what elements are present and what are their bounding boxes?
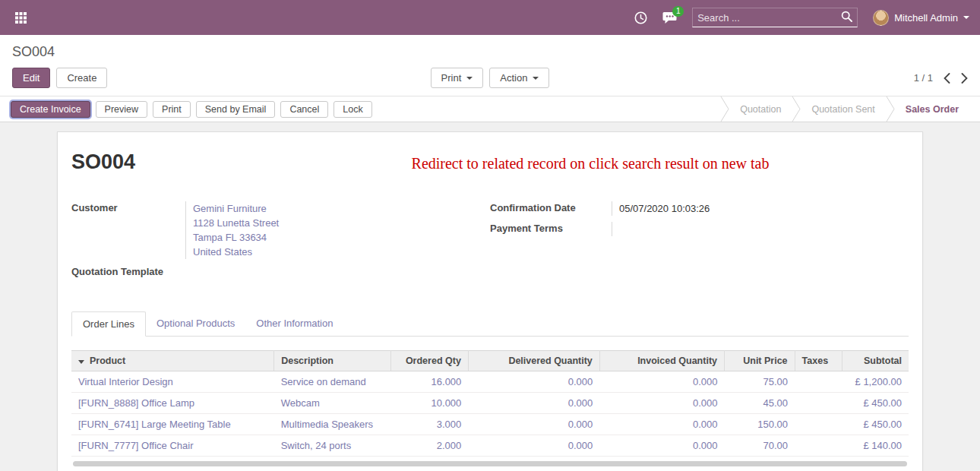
cell-ordered-qty: 2.000 [391,435,468,457]
activities-clock-icon[interactable] [634,11,647,24]
cell-product[interactable]: Virtual Interior Design [71,371,274,393]
breadcrumb: SO004 [12,44,968,60]
cell-taxes [795,371,842,393]
chevron-down-icon [533,77,539,80]
cell-subtotal: £ 450.00 [842,414,909,435]
cell-ordered-qty: 10.000 [391,393,468,414]
messages-icon[interactable]: 1 [662,11,677,24]
order-line-row[interactable]: [FURN_7777] Office Chair Switch, 24 port… [71,435,909,457]
statusbar: Create Invoice Preview Print Send by Ema… [0,96,980,122]
column-header-delivered-quantity[interactable]: Delivered Quantity [468,351,599,371]
sale-order-sheet: SO004 Redirect to related record on clic… [57,131,923,471]
lock-button[interactable]: Lock [334,101,371,118]
cell-description[interactable]: Webcam [274,393,391,414]
search-icon[interactable] [841,11,852,24]
horizontal-scrollbar[interactable] [73,461,907,466]
print-dropdown[interactable]: Print [431,68,484,88]
cell-product[interactable]: [FURN_6741] Large Meeting Table [71,414,274,435]
cell-subtotal: £ 140.00 [842,435,909,457]
cell-delivered-qty: 0.000 [468,435,599,457]
topbar: 1 Mitchell Admin [0,0,980,35]
column-header-subtotal[interactable]: Subtotal [842,351,909,371]
customer-value[interactable]: Gemini Furniture 1128 Lunetta Street Tam… [185,201,279,259]
cell-invoiced-qty: 0.000 [599,435,724,457]
cell-invoiced-qty: 0.000 [599,371,724,393]
stage-quotation-sent[interactable]: Quotation Sent [801,104,885,115]
stage-sales-order[interactable]: Sales Order [895,104,969,115]
action-dropdown[interactable]: Action [489,68,549,88]
cell-unit-price: 70.00 [725,435,795,457]
search-input[interactable] [697,12,841,24]
cell-description[interactable]: Service on demand [274,371,391,393]
chevron-down-icon [466,77,473,80]
cell-unit-price: 45.00 [725,393,795,414]
control-panel: SO004 Edit Create Print Action 1 / 1 [0,35,980,96]
form-view: SO004 Redirect to related record on clic… [0,131,980,471]
user-menu[interactable]: Mitchell Admin [873,10,969,26]
field-group-right: Confirmation Date 05/07/2020 10:03:26 Pa… [490,201,909,286]
cell-ordered-qty: 3.000 [391,414,468,435]
cell-delivered-qty: 0.000 [468,393,599,414]
print-dropdown-label: Print [441,72,462,84]
payment-terms-value[interactable] [612,222,619,236]
tab-optional-products[interactable]: Optional Products [146,311,245,337]
cell-unit-price: 75.00 [725,371,795,393]
customer-line: Tampa FL 33634 [193,230,279,245]
create-invoice-button[interactable]: Create Invoice [11,101,90,118]
edit-button[interactable]: Edit [12,68,50,88]
optional-columns-caret-icon[interactable] [78,360,84,364]
tab-order-lines[interactable]: Order Lines [71,311,146,337]
column-header-taxes[interactable]: Taxes [795,351,842,371]
cell-unit-price: 150.00 [725,414,795,435]
table-header-row: Product Description Ordered Qty Delivere… [71,351,909,371]
stage-arrow-icon [792,96,801,122]
send-by-email-button[interactable]: Send by Email [196,101,276,118]
customer-label: Customer [71,201,185,259]
stage-arrow-icon [720,96,729,122]
column-header-ordered-qty[interactable]: Ordered Qty [391,351,468,371]
column-header-description[interactable]: Description [274,351,391,371]
pager-previous-button[interactable] [944,73,950,84]
pager-next-button[interactable] [961,73,968,84]
apps-menu-icon[interactable] [11,8,30,27]
user-name: Mitchell Admin [894,12,958,24]
payment-terms-label: Payment Terms [490,222,612,236]
annotation-note: Redirect to related record on click sear… [135,155,909,172]
pager-value[interactable]: 1 / 1 [914,72,933,84]
cell-product[interactable]: [FURN_7777] Office Chair [71,435,274,457]
cell-ordered-qty: 16.000 [391,371,468,393]
order-line-row[interactable]: Virtual Interior Design Service on deman… [71,371,909,393]
cell-delivered-qty: 0.000 [468,414,599,435]
action-dropdown-label: Action [500,72,527,84]
tab-other-information[interactable]: Other Information [245,311,343,337]
messages-badge: 1 [672,6,684,17]
cell-taxes [795,393,842,414]
customer-line[interactable]: Gemini Furniture [193,201,279,216]
cell-taxes [795,435,842,457]
field-group-left: Customer Gemini Furniture 1128 Lunetta S… [71,201,490,286]
quotation-template-label: Quotation Template [71,265,185,280]
cancel-button[interactable]: Cancel [280,101,328,118]
create-button[interactable]: Create [56,68,107,88]
cell-subtotal: £ 1,200.00 [842,371,909,393]
cell-description[interactable]: Switch, 24 ports [274,435,391,457]
grid-icon [15,12,27,24]
cell-description[interactable]: Multimedia Speakers [274,414,391,435]
customer-line: 1128 Lunetta Street [193,216,279,230]
cell-delivered-qty: 0.000 [468,371,599,393]
status-pipeline: Quotation Quotation Sent Sales Order [720,101,980,117]
cell-taxes [795,414,842,435]
cell-product[interactable]: [FURN_8888] Office Lamp [71,393,274,414]
cell-subtotal: £ 450.00 [842,393,909,414]
column-header-invoiced-quantity[interactable]: Invoiced Quantity [599,351,724,371]
quotation-template-value[interactable] [185,265,192,280]
print-button[interactable]: Print [153,101,191,118]
preview-button[interactable]: Preview [96,101,147,118]
order-line-row[interactable]: [FURN_6741] Large Meeting Table Multimed… [71,414,909,435]
chevron-down-icon [963,16,969,19]
stage-quotation[interactable]: Quotation [729,104,792,115]
customer-line: United States [193,245,279,259]
column-header-product[interactable]: Product [71,351,274,371]
column-header-unit-price[interactable]: Unit Price [725,351,795,371]
order-line-row[interactable]: [FURN_8888] Office Lamp Webcam 10.000 0.… [71,393,909,414]
